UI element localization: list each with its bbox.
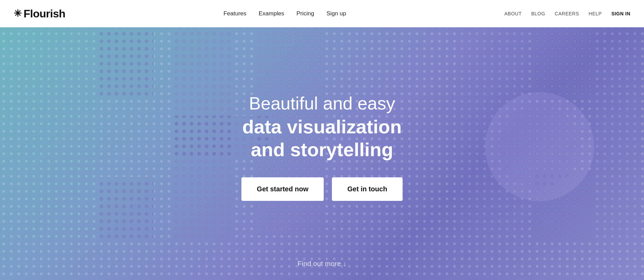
hero-title: data visualization and storytelling — [241, 115, 403, 161]
svg-rect-14 — [594, 31, 642, 242]
nav-signup[interactable]: Sign up — [326, 10, 346, 17]
navbar-right-links: ABOUT BLOG CAREERS HELP SIGN IN — [504, 11, 630, 16]
nav-pricing[interactable]: Pricing — [296, 10, 314, 17]
get-started-button[interactable]: Get started now — [241, 177, 324, 201]
svg-rect-12 — [533, 31, 594, 99]
nav-signin[interactable]: SIGN IN — [611, 11, 630, 16]
logo-asterisk-icon: ✳ — [14, 9, 22, 18]
hero-section: Beautiful and easy data visualization an… — [0, 0, 644, 280]
find-out-more-link[interactable]: Find out more ↓ — [297, 260, 346, 268]
svg-rect-5 — [20, 31, 96, 242]
nav-careers[interactable]: CAREERS — [555, 11, 579, 16]
hero-subtitle: Beautiful and easy — [241, 93, 403, 114]
svg-rect-7 — [99, 177, 154, 239]
hero-content: Beautiful and easy data visualization an… — [235, 93, 409, 201]
logo-text: Flourish — [24, 8, 65, 20]
navbar: ✳ Flourish Features Examples Pricing Sig… — [0, 0, 644, 27]
nav-about[interactable]: ABOUT — [504, 11, 522, 16]
get-in-touch-button[interactable]: Get in touch — [332, 177, 403, 201]
nav-help[interactable]: HELP — [589, 11, 602, 16]
svg-rect-6 — [99, 31, 154, 99]
nav-blog[interactable]: BLOG — [531, 11, 545, 16]
logo-link[interactable]: ✳ Flourish — [14, 8, 65, 20]
navbar-center-links: Features Examples Pricing Sign up — [223, 10, 346, 17]
hero-title-line1: data visualization — [242, 116, 402, 137]
svg-point-16 — [499, 106, 580, 188]
nav-features[interactable]: Features — [223, 10, 246, 17]
hero-title-line2: and storytelling — [251, 139, 393, 160]
hero-buttons: Get started now Get in touch — [241, 177, 403, 201]
nav-examples[interactable]: Examples — [259, 10, 284, 17]
